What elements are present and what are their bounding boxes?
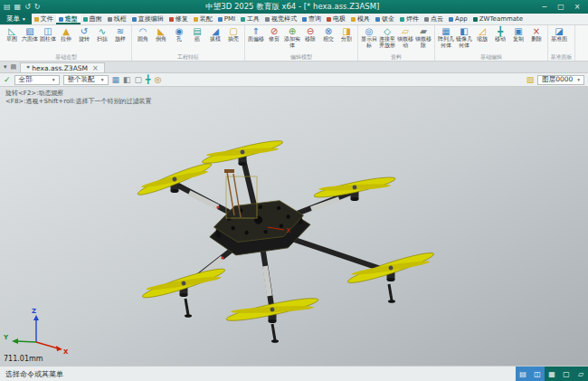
ribbon-button[interactable]: ≋ 放样 — [111, 25, 129, 43]
ribbon-button[interactable]: ◪ 基准面 — [550, 25, 568, 43]
tab-label: 查询 — [308, 14, 321, 24]
document-tab-bar: ▾ ▤ * hexa.ass.Z3ASM × — [0, 62, 588, 73]
ribbon-tab[interactable]: 曲面 — [81, 14, 105, 24]
ribbon-button-icon: ◿ — [479, 26, 486, 36]
ribbon-button[interactable]: ◎ 显示目标 — [360, 25, 378, 48]
status-bar-icon[interactable]: ◫ — [530, 367, 545, 381]
selection-scope-select[interactable]: 整个装配 ▾ — [63, 75, 109, 85]
ribbon-tab[interactable]: ZWTeammate — [470, 14, 526, 24]
status-bar-icon[interactable]: ▢ — [559, 367, 574, 381]
ribbon-button-label: 修剪 — [269, 36, 280, 43]
propeller — [139, 262, 227, 305]
ribbon-button[interactable]: ▤ 筋 — [188, 25, 206, 43]
quick-access-icon[interactable]: ▤ — [4, 0, 11, 14]
ribbon-button[interactable]: ◧ 镜像几何体 — [455, 25, 473, 48]
document-tab[interactable]: * hexa.ass.Z3ASM × — [20, 62, 105, 72]
ribbon-button[interactable]: ⊖ 移除 — [301, 25, 319, 43]
menu-button[interactable]: 菜单 ▾ — [0, 14, 32, 24]
ribbon-button-label: 连接至开放形状 — [378, 36, 396, 48]
tab-label: PMI — [224, 15, 235, 23]
ribbon-button[interactable]: ◨ 分割 — [337, 25, 356, 43]
status-bar-icon[interactable]: ▱ — [574, 367, 588, 381]
ribbon-tab[interactable]: 钣金 — [373, 14, 397, 24]
ribbon-button[interactable]: × 删除 — [527, 25, 545, 43]
tab-label: 线框 — [114, 14, 127, 24]
ribbon-button[interactable]: ⊗ 相交 — [319, 25, 337, 43]
ribbon-button-label: 移动 — [495, 36, 506, 43]
ribbon-tab[interactable]: 模具 — [348, 14, 373, 24]
ribbon-tab[interactable]: 视觉样式 — [262, 14, 299, 24]
ribbon-button[interactable]: ╋ 移动 — [491, 25, 509, 43]
ribbon-button[interactable]: ▦ 阵列几何体 — [437, 25, 455, 48]
selection-filter-select[interactable]: 全部 ▾ — [14, 75, 60, 85]
tab-label: App — [455, 15, 468, 23]
hexacopter-model[interactable]: X — [135, 134, 437, 343]
ribbon-tab[interactable]: App — [446, 14, 470, 24]
ribbon-button[interactable]: ⇑ 面偏移 — [247, 25, 265, 43]
ribbon-button[interactable]: ◉ 孔 — [170, 25, 188, 43]
tab-icon — [34, 17, 39, 22]
ribbon-tab[interactable]: 文件 — [32, 14, 56, 24]
ribbon-button[interactable]: ◣ 倒角 — [152, 25, 170, 43]
ribbon-button[interactable]: ◺ 草图 — [3, 25, 21, 43]
quick-access-icon[interactable]: ↻ — [34, 0, 41, 14]
selection-tool-icon[interactable]: ◎ — [155, 73, 162, 87]
close-button[interactable]: × — [570, 0, 584, 14]
ribbon-tab[interactable]: 焊件 — [397, 14, 422, 24]
layer-select[interactable]: 图层0000 ▾ — [537, 75, 584, 85]
ribbon-tab[interactable]: 工具 — [238, 14, 262, 24]
tab-icon — [59, 17, 63, 22]
ribbon-tab[interactable]: 查询 — [299, 14, 324, 24]
ribbon-button[interactable]: ▣ 复制 — [509, 25, 527, 43]
quick-access-icon[interactable]: ↺ — [24, 0, 31, 14]
ribbon-button[interactable]: ▢ 抽壳 — [224, 25, 242, 43]
maximize-button[interactable]: ▢ — [554, 0, 568, 14]
selection-tool-icon[interactable]: ◧ — [123, 73, 131, 87]
ribbon-button-icon: ◧ — [460, 26, 468, 36]
ribbon-button[interactable]: ◠ 圆角 — [134, 25, 152, 43]
ribbon-button[interactable]: ⊕ 添加实体 — [283, 25, 301, 48]
doc-manager-icon[interactable]: ▤ — [11, 62, 17, 72]
selection-tool-icon[interactable]: ╋ — [146, 73, 150, 87]
ribbon-tab[interactable]: 线框 — [105, 14, 129, 24]
ribbon-button[interactable]: ◢ 拔模 — [206, 25, 224, 43]
ribbon-button[interactable]: ▧ 六面体 — [21, 25, 39, 43]
confirm-check-icon[interactable]: ✓ — [4, 73, 11, 87]
ribbon-button[interactable]: ⊘ 修剪 — [265, 25, 283, 43]
ribbon-tabs: 文件 造型 曲面 线框 直接编辑 修复 — [32, 14, 588, 24]
3d-viewport[interactable]: X X Y Z 旋转<F2>:动态观察 <F8>:透视+Shift+roll:选… — [0, 87, 588, 366]
tab-icon — [132, 17, 137, 22]
center-plate[interactable] — [206, 195, 313, 258]
doc-list-chevron-icon[interactable]: ▾ — [4, 62, 7, 72]
ribbon-button[interactable]: ◫ 圆柱体 — [39, 25, 57, 43]
view-triad[interactable]: X Y Z — [3, 308, 69, 356]
tab-icon — [449, 17, 453, 22]
status-bar-icon[interactable]: ▦ — [545, 367, 559, 381]
quick-access-icon[interactable]: ▦ — [14, 0, 22, 14]
minimize-button[interactable]: ─ — [537, 0, 552, 14]
ribbon-tab[interactable]: 装配 — [191, 14, 215, 24]
tab-icon — [375, 17, 380, 22]
ribbon-button[interactable]: ▰ 镶嵌移除 — [414, 25, 432, 48]
selection-tool-icon[interactable]: ▦ — [112, 73, 120, 87]
ribbon-group-buttons: ◎ 显示目标 ◇ 连接至开放形状 ▱ 镶嵌移动 ▰ 镶嵌移除 — [360, 25, 432, 52]
ribbon-tab[interactable]: 点云 — [422, 14, 446, 24]
ribbon-button[interactable]: ◇ 连接至开放形状 — [378, 25, 396, 48]
viewport-canvas[interactable]: X X Y Z — [0, 87, 588, 366]
ribbon-button-label: 镜像几何体 — [455, 36, 473, 48]
ribbon-button[interactable]: ∿ 扫掠 — [93, 25, 111, 43]
ribbon-button-icon: ◇ — [384, 26, 391, 36]
document-tab-close-icon[interactable]: × — [92, 64, 99, 72]
ribbon-button[interactable]: ▲ 拉伸 — [57, 25, 75, 43]
ribbon-tab[interactable]: 修复 — [166, 14, 191, 24]
ribbon-tab[interactable]: 造型 — [56, 14, 81, 24]
ribbon-tab[interactable]: PMI — [215, 14, 238, 24]
ribbon-button[interactable]: ↺ 旋转 — [75, 25, 93, 43]
ribbon-tab[interactable]: 电极 — [324, 14, 348, 24]
model-axis-x-label: X — [286, 227, 290, 234]
ribbon-tab[interactable]: 直接编辑 — [129, 14, 166, 24]
selection-tool-icon[interactable]: ▢ — [135, 73, 143, 87]
status-bar-icon[interactable]: ▤ — [516, 367, 530, 381]
ribbon-button[interactable]: ◿ 缩放 — [473, 25, 491, 43]
ribbon-button[interactable]: ▱ 镶嵌移动 — [396, 25, 414, 48]
